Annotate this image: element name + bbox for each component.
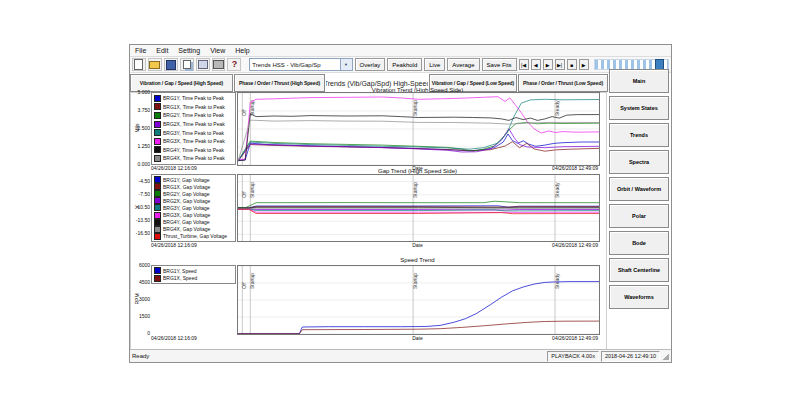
chart-legend: BRG1Y, SpeedBRG1X, Speed	[151, 265, 236, 284]
legend-item: BRG4X, Gap Voltage	[154, 226, 233, 233]
legend-item: BRG1X, Speed	[154, 275, 233, 283]
menu-help[interactable]: Help	[230, 47, 254, 54]
nav-trends[interactable]: Trends	[609, 123, 669, 147]
legend-label: BRG1Y, Gap Voltage	[163, 177, 210, 183]
series-line	[238, 120, 599, 161]
y-tick-label: -4.50	[139, 178, 150, 184]
nav-polar[interactable]: Polar	[609, 204, 669, 228]
chart-legend: BRG1Y, Gap VoltageBRG1X, Gap VoltageBRG2…	[151, 174, 236, 242]
chart-gap-trend-high-speed-side: Gap Trend (High Speed Side)V-4.50-7.50-1…	[130, 167, 607, 251]
save-fits-button[interactable]: Save Fits	[482, 58, 517, 71]
playback-button-1[interactable]: ◀	[531, 59, 541, 70]
y-axis-ticks: 5.0003.7502.5001.2500.000	[130, 92, 150, 164]
app-window: FileEditSettingViewHelp ?Trends HSS - Vi…	[129, 44, 672, 363]
copy-button[interactable]	[180, 58, 194, 71]
x-end-timestamp: 04/26/2018 12:49:09	[552, 335, 598, 341]
legend-item: BRG1Y, Time Peak to Peak	[154, 94, 233, 103]
legend-label: BRG2X, Gap Voltage	[163, 198, 210, 204]
y-axis-ticks: -4.50-7.50-10.50-13.50-16.50	[130, 174, 150, 240]
playback-button-3[interactable]: ▶|	[555, 59, 565, 70]
legend-swatch	[154, 155, 161, 162]
x-axis-title: Date	[237, 242, 598, 248]
series-line	[238, 209, 599, 213]
y-tick-label: -16.50	[136, 230, 150, 236]
menu-bar: FileEditSettingViewHelp	[130, 45, 671, 57]
legend-label: BRG3X, Gap Voltage	[163, 212, 210, 218]
series-line	[238, 282, 599, 334]
legend-swatch	[154, 219, 161, 226]
nav-system-states[interactable]: System States	[609, 96, 669, 120]
legend-item: Thrust_Turbine, Gap Voltage	[154, 233, 233, 240]
legend-item: BRG3Y, Gap Voltage	[154, 204, 233, 211]
y-tick-label: 0	[147, 330, 150, 336]
event-marker-label: Startup	[412, 100, 418, 116]
menu-file[interactable]: File	[130, 47, 151, 54]
menu-view[interactable]: View	[205, 47, 230, 54]
menu-edit[interactable]: Edit	[151, 47, 173, 54]
series-line	[238, 321, 599, 334]
live-button[interactable]: Live	[424, 58, 445, 71]
legend-swatch	[154, 146, 161, 153]
y-axis-ticks: 60004500300015000	[130, 265, 150, 333]
legend-swatch	[154, 183, 161, 190]
save-button[interactable]	[164, 58, 178, 71]
legend-label: BRG4Y, Gap Voltage	[163, 219, 210, 225]
event-marker-label: Startup	[249, 273, 255, 289]
resize-grip[interactable]	[662, 353, 669, 360]
legend-label: BRG2X, Time Peak to Peak	[163, 121, 225, 127]
legend-swatch	[154, 226, 161, 233]
peakhold-button[interactable]: Peakhold	[387, 58, 422, 71]
playback-button-5[interactable]: ▶	[579, 59, 589, 70]
legend-item: BRG4X, Time Peak to Peak	[154, 154, 233, 163]
menu-setting[interactable]: Setting	[173, 47, 205, 54]
legend-item: BRG4Y, Time Peak to Peak	[154, 146, 233, 155]
chart-title: Speed Trend	[237, 257, 598, 263]
new-button[interactable]	[132, 58, 146, 71]
legend-item: BRG2Y, Gap Voltage	[154, 190, 233, 197]
legend-item: BRG2X, Time Peak to Peak	[154, 120, 233, 129]
status-timestamp: 2018-04-26 12:49:10	[601, 351, 660, 362]
chevron-down-icon: ▼	[340, 59, 352, 70]
nav-orbit-waveform[interactable]: Orbit / Waveform	[609, 177, 669, 201]
playback-mode-badge: PLAYBACK 4.00x	[547, 351, 599, 362]
nav-main[interactable]: Main	[609, 69, 669, 93]
overlay-button[interactable]: Overlay	[355, 58, 386, 71]
legend-label: BRG2Y, Gap Voltage	[163, 191, 210, 197]
plot-select-combo[interactable]: Trends HSS - Vib/Gap/Sp▼	[249, 58, 352, 71]
legend-swatch	[154, 204, 161, 211]
playback-button-4[interactable]: ■	[567, 59, 577, 70]
event-marker-label: Startup	[412, 182, 418, 198]
nav-waveforms[interactable]: Waveforms	[609, 285, 669, 309]
event-marker-label: Steady	[554, 273, 560, 289]
series-line	[238, 97, 599, 160]
legend-swatch	[154, 138, 161, 145]
legend-label: BRG3Y, Time Peak to Peak	[163, 130, 224, 136]
nav-spectra[interactable]: Spectra	[609, 150, 669, 174]
y-tick-label: 4500	[139, 279, 150, 285]
average-button[interactable]: Average	[447, 58, 479, 71]
plot-area: OffStartupStartupSteady	[237, 174, 600, 242]
legend-label: BRG4X, Gap Voltage	[163, 226, 210, 232]
legend-swatch	[154, 176, 161, 183]
playback-button-0[interactable]: |◀	[519, 59, 529, 70]
legend-label: BRG3Y, Gap Voltage	[163, 205, 210, 211]
legend-swatch	[154, 267, 161, 274]
event-marker-label: Steady	[554, 182, 560, 198]
save-icon	[166, 60, 176, 70]
x-start-timestamp: 04/26/2018 12:16:09	[151, 335, 197, 341]
legend-item: BRG2Y, Time Peak to Peak	[154, 111, 233, 120]
nav-shaft-centerline[interactable]: Shaft Centerline	[609, 258, 669, 282]
event-marker-label: Off	[241, 109, 247, 116]
print-icon	[213, 60, 224, 69]
open-button[interactable]	[148, 58, 162, 71]
help-button[interactable]: ?	[227, 58, 241, 71]
playback-button-2[interactable]: ▶	[543, 59, 553, 70]
legend-swatch	[154, 190, 161, 197]
legend-item: BRG1X, Gap Voltage	[154, 183, 233, 190]
event-marker-label: Startup	[412, 273, 418, 289]
legend-swatch	[154, 121, 161, 128]
export-button[interactable]	[196, 58, 210, 71]
series-line	[238, 209, 599, 210]
nav-bode[interactable]: Bode	[609, 231, 669, 255]
print-button[interactable]	[212, 58, 226, 71]
